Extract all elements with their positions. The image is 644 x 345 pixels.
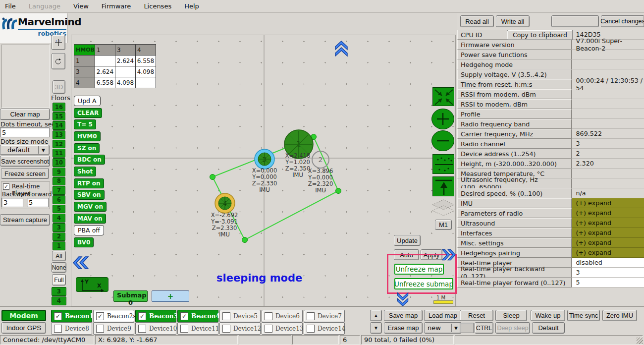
- device-cell-device9[interactable]: Device9: [93, 322, 134, 335]
- map-beacon-4[interactable]: 4: [215, 193, 235, 213]
- ctrl-indicator[interactable]: [460, 323, 474, 333]
- floor-button-14[interactable]: 14: [53, 121, 65, 130]
- parameter-expand-cell[interactable]: (+) expand: [572, 228, 644, 238]
- device-cell-beacon4[interactable]: ✓Beacon4: [177, 310, 218, 322]
- submap-0-tab[interactable]: Submap 0: [113, 290, 148, 302]
- move-up-button[interactable]: [432, 176, 454, 196]
- menu-item-firmware[interactable]: Firmware: [102, 2, 131, 10]
- chevron-down-icon[interactable]: ▼: [38, 146, 48, 154]
- map-name-select[interactable]: new ▼: [424, 322, 462, 334]
- floor-button-15[interactable]: 15: [53, 112, 65, 121]
- axis-orientation-button[interactable]: Y X: [76, 277, 108, 292]
- save-map-button[interactable]: Save map: [384, 310, 423, 321]
- chevron-down-icon[interactable]: ▼: [451, 324, 460, 332]
- blank-button[interactable]: [551, 15, 599, 27]
- update-button[interactable]: Update: [394, 235, 421, 246]
- forward-input[interactable]: [27, 198, 49, 207]
- read-all-button[interactable]: Read all: [460, 15, 494, 27]
- device-cell-beacon2s[interactable]: ✓Beacon2s: [93, 310, 134, 322]
- cmd-button-rtp-on[interactable]: RTP on: [74, 178, 104, 188]
- cmd-button-shot[interactable]: Shot: [74, 167, 96, 176]
- parameter-expand-cell[interactable]: (+) expand: [572, 218, 644, 228]
- cmd-button-bdc-on[interactable]: BDC on: [74, 155, 105, 165]
- selected-floor-3[interactable]: 3: [52, 287, 66, 296]
- distance-cell[interactable]: 2.624: [95, 66, 115, 77]
- device-cell-beacon1[interactable]: ✓Beacon1: [51, 310, 92, 322]
- device-checkbox[interactable]: [138, 325, 146, 333]
- zoom-out-button[interactable]: [431, 130, 454, 151]
- device-scroll-up-button[interactable]: ▲: [370, 310, 382, 321]
- time-sync-button[interactable]: Time sync: [567, 310, 600, 321]
- floor-button-10[interactable]: 10: [53, 158, 65, 167]
- scroll-left-chevron-icon[interactable]: [72, 254, 89, 271]
- layers-button[interactable]: [430, 199, 456, 218]
- dots-size-select[interactable]: default ▼: [0, 145, 50, 155]
- floors-full-button[interactable]: Full: [52, 274, 66, 286]
- menu-item-licenses[interactable]: Licenses: [144, 2, 171, 10]
- device-checkbox[interactable]: [307, 325, 315, 333]
- floor-button-12[interactable]: 12: [53, 140, 65, 149]
- deep-sleep-button[interactable]: Deep sleep: [495, 322, 530, 334]
- erase-map-button[interactable]: Erase map: [384, 322, 423, 334]
- floor-button-16[interactable]: 16: [53, 103, 65, 112]
- load-map-button[interactable]: Load map: [424, 310, 462, 321]
- fit-view-button[interactable]: [432, 87, 454, 106]
- floor-button-9[interactable]: 9: [53, 168, 65, 176]
- zero-imu-button[interactable]: Zero IMU: [602, 310, 637, 321]
- device-cell-device12[interactable]: Device12: [219, 322, 261, 335]
- distance-cell[interactable]: 2.624: [115, 56, 135, 66]
- map-area[interactable]: 1X=2.418Y=1.020Z=2.350IMU2X=3.896Y=0.000…: [71, 35, 456, 306]
- floor-button-4[interactable]: 4: [53, 214, 65, 223]
- device-cell-device13[interactable]: Device13: [262, 322, 303, 335]
- floor-button-8[interactable]: 8: [53, 177, 65, 186]
- ctrl-button[interactable]: CTRL: [475, 322, 493, 334]
- floor-button-2[interactable]: 2: [53, 232, 65, 241]
- cmd-button-bv0[interactable]: BV0: [74, 237, 94, 247]
- device-checkbox[interactable]: [222, 312, 230, 320]
- map-beacon-3[interactable]: 3: [255, 149, 274, 169]
- device-checkbox[interactable]: ✓: [180, 312, 188, 320]
- menu-item-view[interactable]: View: [73, 2, 89, 10]
- dots-view-button[interactable]: [432, 154, 454, 174]
- indoor-gps-button[interactable]: Indoor GPS: [1, 322, 46, 334]
- floor-button-7[interactable]: 7: [53, 186, 65, 195]
- device-checkbox[interactable]: ✓: [96, 312, 104, 320]
- menu-item-file[interactable]: File: [5, 2, 16, 10]
- scroll-right-chevron-icon[interactable]: [442, 247, 456, 262]
- parameter-expand-cell[interactable]: (+) expand: [572, 248, 644, 258]
- device-checkbox[interactable]: [222, 325, 230, 333]
- device-cell-device11[interactable]: Device11: [177, 322, 218, 335]
- reset-button[interactable]: Reset: [460, 310, 493, 321]
- cancel-changes-button[interactable]: Cancel changes: [601, 15, 644, 27]
- device-scroll-down-button[interactable]: ▼: [370, 322, 382, 334]
- map-beacon-1[interactable]: 1: [284, 130, 313, 159]
- device-cell-device7[interactable]: Device7: [304, 310, 345, 322]
- default-button[interactable]: Default: [532, 322, 565, 334]
- realtime-player-checkbox[interactable]: ✓: [3, 183, 9, 190]
- cmd-button-sbv-on[interactable]: SBV on: [74, 190, 105, 200]
- resize-grip[interactable]: [637, 338, 643, 344]
- device-checkbox[interactable]: [307, 312, 315, 320]
- device-checkbox[interactable]: [265, 312, 272, 320]
- floor-button-13[interactable]: 13: [53, 130, 65, 139]
- cmd-button-mav-on[interactable]: MAV on: [74, 214, 106, 224]
- cmd-button-pba-off[interactable]: PBA off: [74, 225, 104, 235]
- device-checkbox[interactable]: [96, 325, 104, 333]
- cmd-button-hvm0[interactable]: HVM0: [74, 131, 101, 141]
- distance-cell[interactable]: 4.098: [115, 77, 135, 88]
- selected-floor-4[interactable]: 4: [52, 296, 66, 305]
- device-checkbox[interactable]: [265, 325, 272, 333]
- distance-cell[interactable]: 4.098: [135, 66, 156, 77]
- copy-to-clipboard-button[interactable]: Copy to clipboard: [507, 30, 573, 40]
- floor-button-3[interactable]: 3: [53, 223, 65, 232]
- scroll-down-chevron-icon[interactable]: [396, 292, 410, 307]
- cmd-button-mgv-on[interactable]: MGV on: [74, 202, 107, 212]
- view-3d-button[interactable]: 3D: [53, 80, 65, 94]
- floor-button-11[interactable]: 11: [53, 149, 65, 158]
- m1-button[interactable]: M1: [435, 220, 452, 230]
- parameter-expand-cell[interactable]: (+) expand: [572, 238, 644, 248]
- menu-item-help[interactable]: Help: [184, 2, 199, 10]
- device-checkbox[interactable]: ✓: [54, 312, 62, 320]
- modem-button[interactable]: Modem: [1, 310, 46, 321]
- distance-cell[interactable]: 6.558: [135, 56, 156, 66]
